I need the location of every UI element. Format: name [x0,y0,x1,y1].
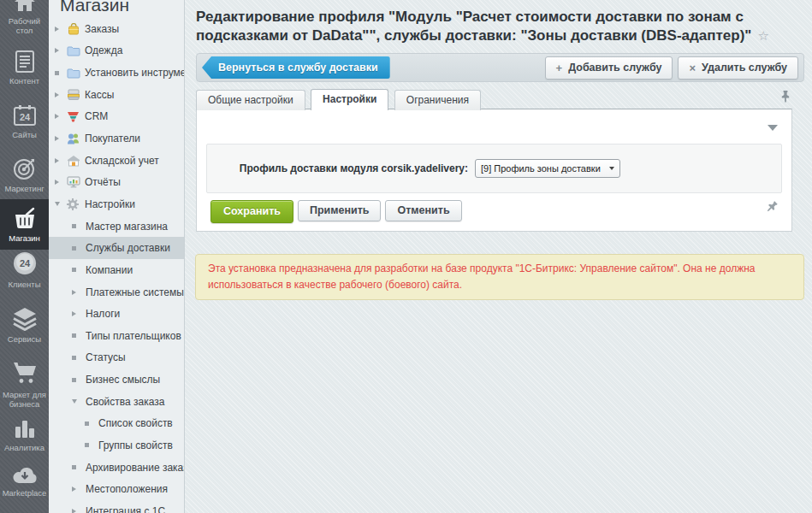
sidebar-item-order-props[interactable]: Свойства заказа [49,391,184,413]
rail-item-label: Сервисы [8,334,41,344]
bar-chart-icon [0,416,49,439]
context-toolbar: Вернуться в службу доставки +Добавить сл… [196,53,804,82]
sidebar-item-label: CRM [85,110,108,122]
rail-item-marketplace[interactable]: Marketplace [0,461,49,498]
sidebar-item-props-list[interactable]: Список свойств [49,413,184,435]
rail-item-shop[interactable]: Магазин [0,199,49,250]
sidebar-item-delivery-services[interactable]: Службы доставки [49,237,184,259]
sidebar-item-locations[interactable]: Местоположения [49,478,184,500]
folder-icon [67,45,80,56]
sidebar-item-companies[interactable]: Компании [49,259,184,281]
sidebar-item-business-meanings[interactable]: Бизнес смыслы [49,369,184,391]
basket-icon [0,206,49,230]
save-button[interactable]: Сохранить [210,200,293,223]
sidebar-item-statuses[interactable]: Статусы [49,347,184,369]
pin-diagonal-icon[interactable] [762,198,780,215]
bullet-icon [72,465,82,469]
bullet-icon [72,333,82,338]
collapse-section-icon[interactable] [768,125,778,131]
tab-general-settings[interactable]: Общие настройки [196,90,305,110]
tab-bar: Общие настройки Настройки Ограничения [196,89,483,109]
cashbox-icon [67,89,80,100]
delivery-profile-label: Профиль доставки модуля corsik.yadeliver… [207,162,468,174]
rail-item-marketing[interactable]: Маркетинг [0,156,49,193]
chevron-right-icon [72,290,82,295]
folder-icon [67,68,80,79]
crm-funnel-icon [67,111,80,122]
bullet-icon [85,422,95,426]
favorite-star-icon[interactable]: ☆ [757,28,768,43]
sidebar-item-label: Складской учет [85,155,159,167]
delete-service-label: Удалить службу [702,62,787,74]
rail-item-services[interactable]: Сервисы [0,307,49,344]
chevron-right-icon [55,114,65,119]
bullet-icon [72,378,82,382]
sidebar-item-payer-types[interactable]: Типы плательщиков [49,325,184,347]
rail-item-label: Маркет для бизнеса [3,390,46,409]
rail-item-clients[interactable]: 24 Клиенты [0,252,49,289]
rail-item-label: Marketplace [3,488,47,498]
chevron-right-icon [55,92,65,97]
sidebar-item-label: Компании [86,264,133,276]
chevron-down-icon [55,202,65,206]
settings-panel: Профиль доставки модуля corsik.yadeliver… [196,109,792,232]
sidebar-item-label: Группы свойств [98,439,173,451]
sidebar-item-label: Мастер магазина [86,221,168,233]
rail-item-label: Аналитика [4,443,44,452]
cart-icon [0,357,49,386]
settings-gear-icon [67,198,80,210]
sidebar-item-props-groups[interactable]: Группы свойств [49,434,184,457]
rail-item-label: Магазин [9,233,40,243]
calendar-24-icon: 24 [0,103,49,127]
apply-button[interactable]: Применить [298,200,382,221]
delivery-profile-select[interactable]: [9] Профиль зоны доставки [475,159,620,178]
sidebar-tree: Заказы Одежда Установить инструменты и К… [49,18,184,513]
layers-icon [0,307,49,331]
warehouse-icon [67,155,80,167]
sidebar-item-cashboxes[interactable]: Кассы [49,84,184,106]
rail-item-sites[interactable]: 24 Сайты [0,103,49,139]
svg-text:24: 24 [19,258,30,268]
page-title: Редактирование профиля "Модуль "Расчет с… [196,8,809,45]
rail-item-label: Контент [9,76,39,86]
tab-restrictions[interactable]: Ограничения [394,90,481,110]
pin-icon[interactable] [779,90,791,103]
dev-install-warning: Эта установка предназначена для разработ… [195,254,804,300]
sidebar-item-order-archiving[interactable]: Архивирование заказов [49,457,184,479]
sidebar-item-warehouse[interactable]: Складской учет [49,150,184,172]
sidebar-item-label: Отчёты [85,176,121,188]
rail-item-label: Рабочий стол [9,16,40,35]
sidebar-item-label: Архивирование заказов [86,462,184,474]
reports-icon [67,176,80,188]
sidebar-item-reports[interactable]: Отчёты [49,171,184,193]
sidebar-item-install-tools[interactable]: Установить инструменты и [49,62,184,84]
sidebar-item-crm[interactable]: CRM [49,106,184,128]
sidebar-item-label: Местоположения [86,483,168,495]
chevron-right-icon [72,486,82,492]
sidebar-item-customers[interactable]: Покупатели [49,127,184,150]
chevron-down-icon [72,399,82,404]
sidebar-item-pay-systems[interactable]: Платежные системы [49,281,184,304]
add-service-button[interactable]: +Добавить службу [545,56,673,80]
sidebar-item-settings[interactable]: Настройки [49,193,184,215]
rail-item-analytics[interactable]: Аналитика [0,416,49,452]
rail-item-content[interactable]: Контент [0,49,49,86]
rail-item-market[interactable]: Маркет для бизнеса [0,357,49,409]
sidebar-item-label: Заказы [85,23,119,35]
plus-icon: + [556,62,563,74]
sidebar-item-clothes[interactable]: Одежда [49,40,184,62]
sidebar-item-label: Платежные системы [86,286,184,298]
tab-settings[interactable]: Настройки [311,89,388,110]
sidebar-item-orders[interactable]: Заказы [49,18,184,40]
svg-text:24: 24 [19,112,30,122]
back-to-delivery-service-button[interactable]: Вернуться в службу доставки [202,56,390,79]
sidebar-item-label: Одежда [85,44,122,56]
orders-icon [67,23,80,35]
sidebar-item-shop-wizard[interactable]: Мастер магазина [49,215,184,238]
chevron-right-icon [55,48,65,53]
sidebar-item-1c-integration[interactable]: Интеграция с 1С [49,500,184,513]
sidebar-item-taxes[interactable]: Налоги [49,303,184,325]
delete-service-button[interactable]: ×Удалить службу [678,56,798,80]
rail-item-desktop[interactable]: Рабочий стол [0,0,49,35]
cancel-button[interactable]: Отменить [385,200,461,221]
